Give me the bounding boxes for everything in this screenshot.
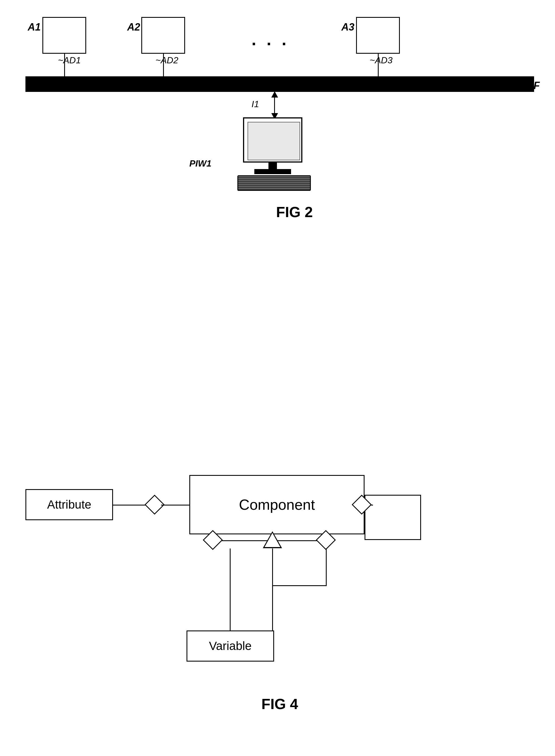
monitor-inner <box>248 122 300 160</box>
line-diamond-to-comp <box>161 505 189 506</box>
attribute-label: Attribute <box>47 498 91 511</box>
variable-box: Variable <box>186 631 274 662</box>
agent-a2-box <box>141 17 185 54</box>
adapter-ad1-line <box>64 54 65 77</box>
fig2-caption: FIG 2 <box>17 204 555 221</box>
component-label: Component <box>239 496 315 513</box>
fig4-caption: FIG 4 <box>17 695 543 712</box>
attribute-box: Attribute <box>26 489 113 520</box>
monitor-stand <box>254 169 291 174</box>
adapter-ad2-line <box>163 54 164 77</box>
component-right-box <box>365 495 421 540</box>
page: A1 A2 · · · A3 ~AD1 ~AD2 ~AD3 IF I1 <box>0 0 555 756</box>
variable-label: Variable <box>209 639 252 653</box>
monitor-screen <box>243 117 302 163</box>
dots-separator: · · · <box>252 34 289 53</box>
if-label: IF <box>531 80 540 92</box>
triangle-icon <box>264 533 280 547</box>
adapter-ad1-label: ~AD1 <box>58 55 81 66</box>
agent-a3-box <box>356 17 400 54</box>
keyboard <box>238 175 311 191</box>
piw1-label: PIW1 <box>189 158 211 169</box>
fig4-diagram: Attribute Component <box>17 452 543 727</box>
fig2-diagram: A1 A2 · · · A3 ~AD1 ~AD2 ~AD3 IF I1 <box>17 11 543 223</box>
agent-a1-box <box>42 17 86 54</box>
agent-a2-label: A2 <box>127 21 140 33</box>
monitor-neck <box>268 163 277 170</box>
adapter-ad3-label: ~AD3 <box>370 55 392 66</box>
agent-a3-label: A3 <box>341 21 354 33</box>
hline-mid-right <box>272 585 327 586</box>
vline-right <box>326 549 327 585</box>
computer-workstation <box>232 117 319 191</box>
line-attr-to-diamond <box>113 505 150 506</box>
adapter-ad3-line <box>378 54 379 77</box>
agent-a1-label: A1 <box>28 21 41 33</box>
bus-bar <box>26 76 534 92</box>
i1-label: I1 <box>252 99 259 109</box>
vline-mid <box>272 549 273 631</box>
vline-left <box>230 549 230 631</box>
adapter-ad2-label: ~AD2 <box>156 55 178 66</box>
component-box: Component <box>189 475 365 534</box>
